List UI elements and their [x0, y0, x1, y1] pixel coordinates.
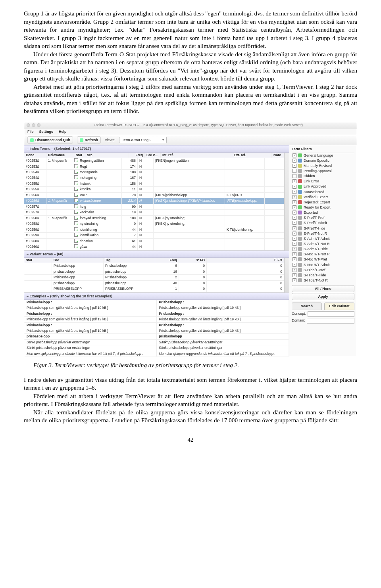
col-intref[interactable]: Int. ref.	[161, 153, 232, 158]
table-row[interactable]: #00259&identifiering44NK T&|identifierin…	[24, 227, 284, 233]
col-stat[interactable]: Stat	[74, 153, 85, 158]
table-row[interactable]: #00255&historik156N	[24, 181, 284, 187]
close-icon[interactable]	[27, 123, 30, 127]
filter-item[interactable]: S-Not R/T-Admit	[292, 262, 354, 267]
checkbox-icon[interactable]	[292, 242, 296, 246]
table-row[interactable]: #00258&ny utredning0N|FKBK|ny utredning;	[24, 221, 284, 227]
table-row[interactable]: #00260&gåva44N	[24, 244, 284, 250]
views-select[interactable]: Term-o-stat Steg 2	[119, 137, 167, 143]
checkbox-icon[interactable]	[292, 263, 296, 267]
filter-item[interactable]: S-Pref/T-Not R	[292, 231, 354, 236]
checkbox-icon[interactable]	[292, 153, 296, 157]
filter-item[interactable]: S-Hide/T-Pref	[292, 268, 354, 272]
checkbox-icon[interactable]	[292, 200, 296, 204]
table-row[interactable]: #00254&mottagning167N	[24, 175, 284, 181]
filter-item[interactable]: Hidden	[292, 174, 354, 178]
filter-item[interactable]: Ready for Export	[292, 205, 354, 210]
all-none-button[interactable]: All / None	[292, 285, 354, 292]
col-freq[interactable]: Freq	[129, 153, 145, 158]
col-conc[interactable]: Conc	[24, 153, 46, 158]
filter-item[interactable]: Verified: Expert	[292, 195, 354, 199]
filter-item[interactable]: S-Hide/T-Hide	[292, 273, 354, 278]
variant-scrollbar[interactable]	[284, 258, 289, 293]
checkbox-icon[interactable]	[292, 232, 296, 236]
table-row[interactable]: PrisbasbeloppPrisbasbelopp200	[24, 275, 284, 280]
filter-item[interactable]: S-Not R/T-Not R	[292, 252, 354, 257]
table-row[interactable]: PrisbasbeloppPrisbasbelopp600	[24, 263, 284, 269]
checkbox-icon[interactable]	[292, 169, 296, 173]
table-row[interactable]: prisbasbeloppprisbasbelopp1600	[24, 269, 284, 275]
checkbox-icon[interactable]	[292, 278, 296, 282]
search-concept-input[interactable]	[308, 311, 354, 317]
checkbox-icon[interactable]	[292, 216, 296, 220]
filter-item[interactable]: S-Admit/T-Not R	[292, 241, 354, 246]
checkbox-icon[interactable]	[292, 174, 296, 178]
checkbox-icon[interactable]	[292, 226, 296, 230]
menu-help[interactable]: Help	[59, 129, 67, 134]
checkbox-icon[interactable]	[292, 164, 296, 168]
filter-item[interactable]: Domain Specific	[292, 158, 354, 163]
filter-item[interactable]: Link Error	[292, 179, 354, 184]
col-extref[interactable]: Ext. ref.	[232, 153, 272, 158]
checkbox-icon[interactable]	[292, 257, 296, 261]
table-row[interactable]: #00253&Regt174N	[24, 164, 284, 170]
filter-item[interactable]: S-Hide/T-Not R	[292, 278, 354, 283]
filter-item[interactable]: Exported	[292, 210, 354, 215]
vcol-tfo[interactable]: T: FO	[207, 258, 284, 263]
index-scrollbar[interactable]	[284, 153, 289, 251]
refresh-button[interactable]: Refresh	[77, 136, 101, 144]
checkbox-icon[interactable]	[292, 211, 296, 215]
index-terms-table[interactable]: Conc Relevance Stat Src Freq Src Pos Int…	[24, 153, 284, 251]
filter-item[interactable]: Rejected: Expert	[292, 200, 354, 205]
checkbox-icon[interactable]	[292, 221, 296, 225]
table-row[interactable]: #00256&1. M-specifikprisbasbelopp2314N|F…	[24, 198, 284, 204]
filter-item[interactable]: S-Admit/T-Admit	[292, 236, 354, 241]
filter-item[interactable]: Manually Revised	[292, 163, 354, 168]
apply-button[interactable]: Apply	[292, 293, 354, 300]
table-row[interactable]: #00259&identifikation7N	[24, 233, 284, 238]
disconnect-button[interactable]: Disconnect and Quit	[27, 136, 73, 144]
vcol-freq[interactable]: Freq	[155, 258, 179, 263]
table-row[interactable]: #00257&veckoslut19N	[24, 210, 284, 215]
table-row[interactable]: #00257&helg90N	[24, 204, 284, 210]
search-domain-input[interactable]	[307, 318, 354, 324]
filter-item[interactable]: Pending Approval	[292, 169, 354, 173]
vcol-stat[interactable]: Stat	[24, 258, 52, 263]
checkbox-icon[interactable]	[292, 268, 296, 272]
variant-terms-table[interactable]: Stat Src Trg Freq S: FO T: FO Prisbasbel…	[24, 258, 284, 293]
filter-item[interactable]: Link Approved	[292, 184, 354, 189]
col-src[interactable]: Src	[85, 153, 129, 158]
checkbox-icon[interactable]	[292, 179, 296, 183]
checkbox-icon[interactable]	[292, 195, 296, 199]
table-row[interactable]: #00260&donation61N	[24, 239, 284, 244]
filter-item[interactable]: Autoselected	[292, 190, 354, 194]
table-row[interactable]: #00254&mottagande108N	[24, 170, 284, 175]
filter-item[interactable]: S-Pref/T-Admit	[292, 220, 354, 225]
vcol-trg[interactable]: Trg	[104, 258, 155, 263]
filter-item[interactable]: S-Pref/T-Hide	[292, 226, 354, 231]
table-row[interactable]: PRISBASBELOPPPRISBASBELOPP100	[24, 286, 284, 292]
filter-item[interactable]: S-Admit/T-Hide	[292, 247, 354, 251]
table-row[interactable]: #00253&1. M-specifikRegeringsrätten486N|…	[24, 158, 284, 164]
col-note[interactable]: Note	[272, 153, 284, 158]
checkbox-icon[interactable]	[292, 252, 296, 256]
zoom-icon[interactable]	[37, 123, 40, 127]
checkbox-icon[interactable]	[292, 247, 296, 251]
checkbox-icon[interactable]	[292, 237, 296, 241]
col-srcpos[interactable]: Src Pos	[145, 153, 161, 158]
table-row[interactable]: prisbasbeloppprisbasbelopp4000	[24, 281, 284, 286]
table-row[interactable]: #00255&kronika11N	[24, 187, 284, 192]
checkbox-icon[interactable]	[292, 159, 296, 163]
vcol-sfo[interactable]: S: FO	[179, 258, 207, 263]
menu-file[interactable]: File	[27, 129, 34, 134]
checkbox-icon[interactable]	[292, 190, 296, 194]
filter-item[interactable]: S-Not R/T-Pref	[292, 257, 354, 262]
table-row[interactable]: #00258&1. M-specifikförnyad utredning109…	[24, 216, 284, 221]
tab-search[interactable]: Search	[292, 303, 322, 310]
checkbox-icon[interactable]	[292, 185, 296, 189]
filter-item[interactable]: S-Pref/T-Pref	[292, 215, 354, 220]
checkbox-icon[interactable]	[292, 205, 296, 209]
minimize-icon[interactable]	[32, 123, 35, 127]
col-relevance[interactable]: Relevance	[46, 153, 74, 158]
checkbox-icon[interactable]	[292, 273, 296, 277]
